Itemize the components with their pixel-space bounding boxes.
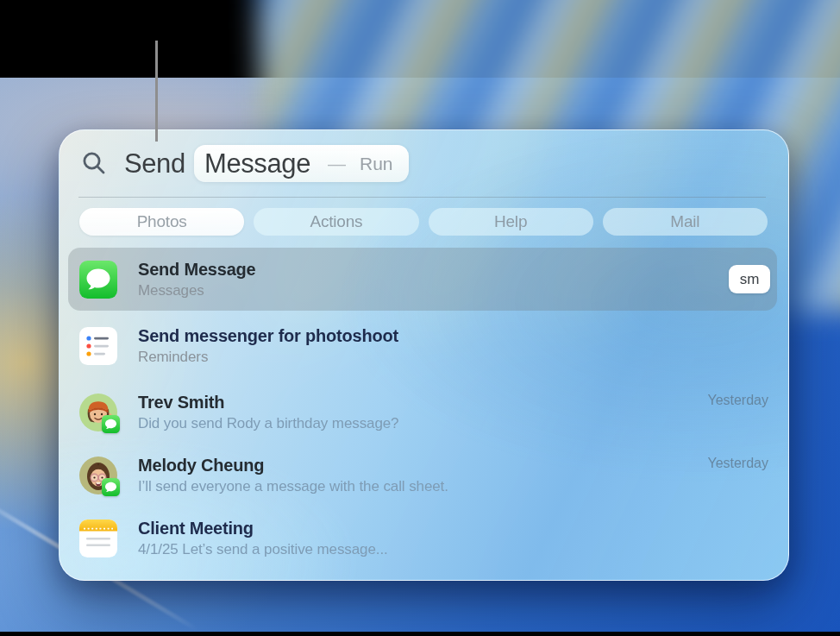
result-title: Melody Cheung [138,454,448,476]
result-subtitle: Messages [138,280,256,300]
result-title: Trev Smith [138,391,398,413]
shortcut-badge: sm [729,265,770,293]
result-title: Send Message [138,258,256,280]
result-text-block: Send Message Messages [138,258,256,300]
result-row-melody-cheung[interactable]: Melody Cheung I’ll send everyone a messa… [68,444,777,507]
result-subtitle: I’ll send everyone a message with the ca… [138,476,448,496]
result-row-send-messenger[interactable]: Send messenger for photoshoot Reminders [68,314,777,377]
result-subtitle: 4/1/25 Let’s send a positive message... [138,539,388,559]
notes-app-icon [79,520,117,557]
result-row-client-meeting[interactable]: Client Meeting 4/1/25 Let’s send a posit… [68,507,777,570]
results-list: Send Message Messages sm [60,130,788,580]
result-timestamp: Yesterday [707,456,768,471]
reminders-app-icon [79,327,117,365]
result-row-trev-smith[interactable]: Trev Smith Did you send Rody a birthday … [68,381,777,444]
result-text-block: Send messenger for photoshoot Reminders [138,324,398,367]
trev-smith-avatar [79,394,117,431]
result-title: Send messenger for photoshoot [138,324,398,347]
result-subtitle: Did you send Rody a birthday message? [138,413,398,433]
messages-app-icon [79,261,117,299]
result-text-block: Client Meeting 4/1/25 Let’s send a posit… [138,517,388,559]
result-text-block: Trev Smith Did you send Rody a birthday … [138,391,398,433]
result-text-block: Melody Cheung I’ll send everyone a messa… [138,454,448,496]
result-subtitle: Reminders [138,347,398,367]
screenshot-stage: Send Message — Run Photos Actions Help M… [0,0,840,636]
messages-badge-icon [102,478,120,496]
result-timestamp: Yesterday [707,393,768,408]
result-title: Client Meeting [138,517,388,539]
messages-badge-icon [102,415,120,433]
callout-line [155,41,158,142]
melody-cheung-avatar [79,457,117,494]
spotlight-window: Send Message — Run Photos Actions Help M… [59,129,789,581]
result-row-send-message[interactable]: Send Message Messages sm [68,248,777,311]
